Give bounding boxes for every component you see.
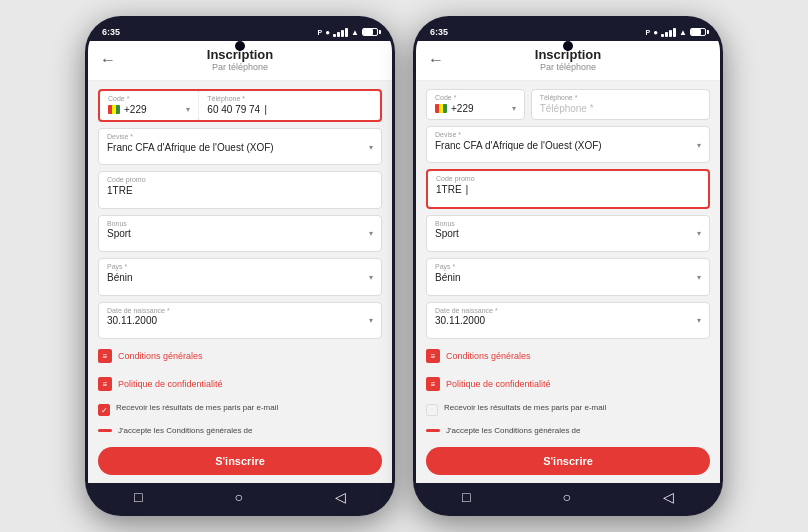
conditions-text: Conditions générales [118,351,203,361]
phone-value: 60 40 79 74 [207,102,372,116]
devise-field[interactable]: Devise * Franc CFA d'Afrique de l'Ouest … [98,128,382,165]
bottom-nav: □ ○ ◁ [88,483,392,513]
nav-circle-button[interactable]: ○ [234,489,242,505]
date-field[interactable]: Date de naissance * 30.11.2000 ▾ [426,302,710,339]
promo-value: 1TRE [107,183,373,197]
pays-value: Bénin ▾ [435,270,701,284]
date-chevron-icon[interactable]: ▾ [369,316,373,325]
promo-field[interactable]: Code promo 1TRE [98,171,382,208]
pays-chevron-icon[interactable]: ▾ [369,273,373,282]
partial-row: J'accepte les Conditions générales de [98,424,382,437]
p-icon: P [318,29,323,36]
nav-square-button[interactable]: □ [134,489,142,505]
form-area: Code * +229 ▾ Téléphone * 60 40 79 74 [88,81,392,483]
camera-notch [235,41,245,51]
devise-field[interactable]: Devise * Franc CFA d'Afrique de l'Ouest … [426,126,710,163]
nav-triangle-button[interactable]: ◁ [663,489,674,505]
signal-icon [661,28,676,37]
pays-label: Pays * [435,263,701,270]
code-field[interactable]: Code * +229 ▾ [426,89,525,120]
bonus-field[interactable]: Bonus Sport ▾ [98,215,382,252]
promo-field[interactable]: Code promo 1TRE [426,169,710,208]
code-label: Code * [108,95,190,102]
politique-text: Politique de confidentialité [446,379,551,389]
checkbox1-label: Recevoir les résultats de mes paris par … [116,403,278,413]
devise-chevron-icon[interactable]: ▾ [369,143,373,152]
nav-square-button[interactable]: □ [462,489,470,505]
phones-container: 6:35 P ● ▲ ← [85,16,723,516]
bonus-chevron-icon[interactable]: ▾ [697,229,701,238]
back-arrow-icon[interactable]: ← [100,51,116,69]
phone-left: 6:35 P ● ▲ ← [85,16,395,516]
form-area: Code * +229 ▾ Téléphone * Téléphone * [416,81,720,483]
pays-field[interactable]: Pays * Bénin ▾ [426,258,710,295]
devise-text: Franc CFA d'Afrique de l'Ouest (XOF) [107,142,274,153]
signin-button[interactable]: S'inscrire [426,447,710,475]
date-field[interactable]: Date de naissance * 30.11.2000 ▾ [98,302,382,339]
conditions-icon [98,349,112,363]
phone-row: Code * +229 ▾ Téléphone * 60 40 79 74 [98,89,382,122]
whatsapp-icon: ● [653,28,658,37]
nav-triangle-button[interactable]: ◁ [335,489,346,505]
bonus-field[interactable]: Bonus Sport ▾ [426,215,710,252]
date-chevron-icon[interactable]: ▾ [697,316,701,325]
phone-field[interactable]: Téléphone * 60 40 79 74 [199,91,380,120]
phone-label: Téléphone * [540,94,701,101]
screen: ← Inscription Par téléphone Code * +229 [416,41,720,483]
bonus-text: Sport [435,228,459,239]
devise-value: Franc CFA d'Afrique de l'Ouest (XOF) ▾ [107,140,373,154]
battery-icon [690,28,706,36]
code-label: Code * [435,94,516,101]
status-bar: 6:35 P ● ▲ [88,19,392,41]
status-bar: 6:35 P ● ▲ [416,19,720,41]
checkbox1[interactable] [98,404,110,416]
p-icon: P [646,29,651,36]
code-chevron-icon[interactable]: ▾ [512,104,516,113]
phone-label: Téléphone * [207,95,372,102]
phone-field[interactable]: Téléphone * Téléphone * [531,89,710,120]
pays-label: Pays * [107,263,373,270]
wifi-icon: ▲ [679,28,687,37]
conditions-link[interactable]: Conditions générales [426,345,710,367]
screen: ← Inscription Par téléphone Code * +229 [88,41,392,483]
code-value: +229 ▾ [108,102,190,116]
partial-text: J'accepte les Conditions générales de [118,426,253,435]
politique-icon [426,377,440,391]
code-value: +229 ▾ [435,101,516,115]
politique-text: Politique de confidentialité [118,379,223,389]
date-label: Date de naissance * [107,307,373,314]
pays-chevron-icon[interactable]: ▾ [697,273,701,282]
flag-icon [435,104,447,113]
flag-icon [108,105,120,114]
code-field[interactable]: Code * +229 ▾ [100,91,199,120]
devise-label: Devise * [435,131,701,138]
partial-text: J'accepte les Conditions générales de [446,426,581,435]
signin-button[interactable]: S'inscrire [98,447,382,475]
date-text: 30.11.2000 [435,315,485,326]
nav-circle-button[interactable]: ○ [562,489,570,505]
promo-value: 1TRE [436,182,700,196]
checkbox1-row[interactable]: Recevoir les résultats de mes paris par … [98,401,382,418]
checkbox1[interactable] [426,404,438,416]
bonus-chevron-icon[interactable]: ▾ [369,229,373,238]
politique-link[interactable]: Politique de confidentialité [426,373,710,395]
code-chevron-icon[interactable]: ▾ [186,105,190,114]
whatsapp-icon: ● [325,28,330,37]
conditions-link[interactable]: Conditions générales [98,345,382,367]
promo-label: Code promo [107,176,373,183]
camera-notch [563,41,573,51]
devise-chevron-icon[interactable]: ▾ [697,141,701,150]
header-sub-text: Par téléphone [207,62,273,72]
pays-text: Bénin [107,272,133,283]
politique-link[interactable]: Politique de confidentialité [98,373,382,395]
status-icons: P ● ▲ [318,28,378,37]
bottom-nav: □ ○ ◁ [416,483,720,513]
promo-label: Code promo [436,175,700,182]
bonus-label: Bonus [107,220,373,227]
date-value: 30.11.2000 ▾ [107,314,373,328]
checkbox1-row[interactable]: Recevoir les résultats de mes paris par … [426,401,710,418]
header-sub-text: Par téléphone [535,62,601,72]
back-arrow-icon[interactable]: ← [428,51,444,69]
politique-icon [98,377,112,391]
pays-field[interactable]: Pays * Bénin ▾ [98,258,382,295]
